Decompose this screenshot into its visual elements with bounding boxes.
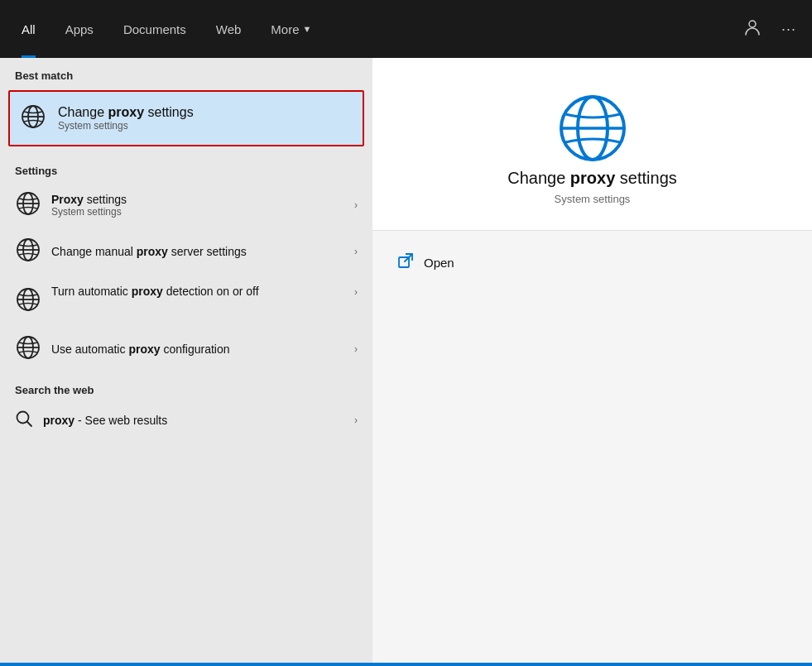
right-detail-subtitle: System settings: [555, 193, 631, 205]
web-search-suffix: - See web results: [74, 414, 167, 427]
tab-more[interactable]: More ▼: [256, 0, 326, 58]
right-panel: Change proxy settings System settings Op…: [372, 58, 812, 666]
svg-line-17: [27, 422, 32, 427]
chevron-right-icon-4: ›: [354, 343, 358, 355]
bottom-accent-bar: [0, 663, 812, 666]
open-label: Open: [424, 256, 454, 270]
auto-config-bold: proxy: [128, 343, 160, 356]
list-item-proxy-settings[interactable]: Proxy settings System settings ›: [0, 182, 372, 228]
tab-documents-label: Documents: [123, 22, 186, 36]
more-chevron-icon: ▼: [303, 24, 312, 34]
auto-config-suffix: configuration: [161, 343, 230, 356]
change-manual-bold: proxy: [137, 245, 168, 258]
best-match-label: Best match: [0, 58, 372, 87]
list-item-change-manual[interactable]: Change manual proxy server settings ›: [0, 228, 372, 275]
tab-all[interactable]: All: [7, 0, 50, 58]
tab-documents[interactable]: Documents: [108, 0, 201, 58]
right-detail-top: Change proxy settings System settings: [372, 58, 812, 231]
main-content: Best match Change proxy settings System …: [0, 58, 812, 666]
right-title-suffix: settings: [615, 169, 676, 187]
proxy-settings-suffix: settings: [84, 193, 127, 206]
change-manual-prefix: Change manual: [51, 245, 137, 258]
right-title-prefix: Change: [507, 169, 570, 187]
chevron-right-icon-3: ›: [354, 286, 358, 298]
list-item-auto-config[interactable]: Use automatic proxy configuration ›: [0, 326, 372, 372]
auto-detect-title: Turn automatic proxy detection on or off: [51, 285, 344, 298]
list-item-auto-detect[interactable]: Turn automatic proxy detection on or off…: [0, 275, 372, 326]
more-options-button[interactable]: ···: [772, 12, 805, 46]
auto-config-prefix: Use automatic: [51, 343, 128, 356]
web-search-bold: proxy: [43, 414, 74, 427]
tab-all-label: All: [22, 22, 36, 36]
top-bar-actions: ···: [736, 12, 805, 46]
nav-tabs: All Apps Documents Web More ▼: [7, 0, 326, 58]
search-icon: [15, 410, 33, 431]
ellipsis-icon: ···: [781, 21, 796, 38]
open-icon: [397, 252, 414, 273]
globe-icon-proxy: [15, 190, 41, 220]
proxy-settings-bold: Proxy: [51, 193, 84, 206]
settings-label: Settings: [0, 153, 372, 182]
web-search-item[interactable]: proxy - See web results ›: [0, 401, 372, 439]
best-match-title-bold: proxy: [108, 105, 145, 119]
best-match-title: Change proxy settings: [58, 105, 194, 120]
proxy-settings-text: Proxy settings System settings: [51, 193, 127, 218]
change-manual-text: Change manual proxy server settings: [51, 245, 247, 258]
best-match-title-prefix: Change: [58, 105, 108, 119]
left-panel: Best match Change proxy settings System …: [0, 58, 372, 666]
auto-config-title: Use automatic proxy configuration: [51, 343, 230, 356]
auto-detect-text: Turn automatic proxy detection on or off: [51, 285, 344, 298]
best-match-title-suffix: settings: [144, 105, 194, 119]
right-title-bold: proxy: [570, 169, 615, 187]
change-manual-suffix: server settings: [168, 245, 247, 258]
change-manual-title: Change manual proxy server settings: [51, 245, 247, 258]
chevron-right-icon: ›: [354, 199, 358, 211]
web-search-title: proxy - See web results: [43, 414, 167, 427]
auto-detect-bold: proxy: [132, 285, 163, 298]
tab-more-label: More: [271, 22, 299, 36]
feedback-icon: [743, 18, 762, 41]
right-detail-title: Change proxy settings: [507, 169, 677, 188]
open-action[interactable]: Open: [397, 247, 787, 278]
globe-icon-manual: [15, 237, 41, 266]
auto-config-text: Use automatic proxy configuration: [51, 343, 230, 356]
auto-detect-prefix: Turn automatic: [51, 285, 132, 298]
chevron-right-icon-2: ›: [354, 246, 358, 257]
best-match-subtitle: System settings: [58, 120, 194, 132]
globe-icon-large: [555, 91, 630, 169]
globe-icon-auto: [15, 286, 41, 316]
auto-detect-suffix: detection on or off: [163, 285, 259, 298]
tab-apps-label: Apps: [65, 22, 94, 36]
proxy-settings-subtitle: System settings: [51, 206, 127, 218]
tab-web-label: Web: [216, 22, 242, 36]
search-web-label: Search the web: [0, 372, 372, 401]
best-match-text: Change proxy settings System settings: [58, 105, 194, 132]
tab-apps[interactable]: Apps: [50, 0, 108, 58]
best-match-item[interactable]: Change proxy settings System settings: [8, 90, 364, 146]
globe-icon-config: [15, 334, 41, 364]
feedback-button[interactable]: [736, 12, 769, 46]
top-bar: All Apps Documents Web More ▼ ···: [0, 0, 812, 58]
right-actions: Open: [372, 231, 812, 295]
svg-point-0: [749, 21, 756, 27]
tab-web[interactable]: Web: [201, 0, 257, 58]
proxy-settings-title: Proxy settings: [51, 193, 127, 206]
globe-icon-best-match: [20, 103, 46, 133]
chevron-right-icon-5: ›: [354, 414, 358, 426]
